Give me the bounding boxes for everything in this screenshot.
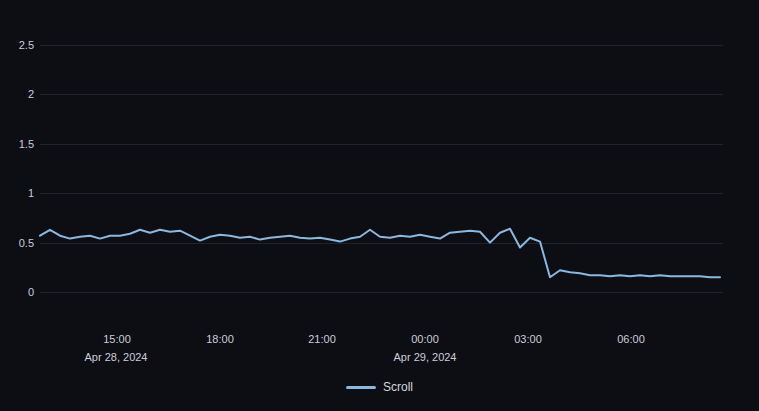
scroll-series-line [40,229,720,277]
chart-canvas[interactable] [0,0,759,411]
legend-item-scroll[interactable]: Scroll [383,381,413,393]
time-series-panel: 00.511.522.5 15:0018:0021:0000:0003:0006… [0,0,759,411]
legend: Scroll [0,381,759,393]
legend-line-swatch [346,386,376,389]
